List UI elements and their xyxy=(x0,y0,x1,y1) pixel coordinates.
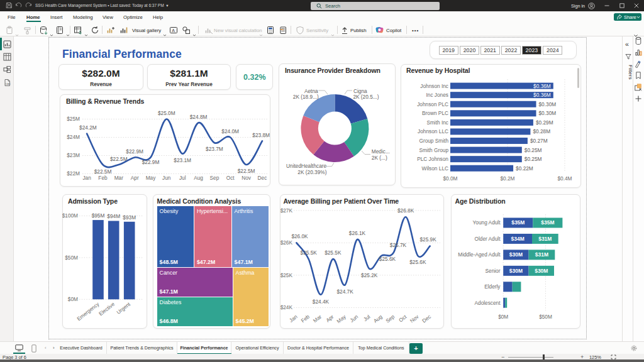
svg-text:$26.8K: $26.8K xyxy=(397,207,414,214)
svg-text:Aug: Aug xyxy=(372,313,384,324)
svg-text:$22.9M: $22.9M xyxy=(142,159,159,165)
svg-text:Medic...: Medic... xyxy=(372,148,390,155)
svg-text:$25.2K: $25.2K xyxy=(361,272,378,278)
svg-text:$0.25M: $0.25M xyxy=(525,156,542,162)
svg-text:$22.5M: $22.5M xyxy=(237,168,255,174)
svg-text:Older Adult: Older Adult xyxy=(474,236,501,242)
svg-text:Jan: Jan xyxy=(288,313,299,323)
svg-text:$100M: $100M xyxy=(62,212,78,219)
svg-text:Smith Inc: Smith Inc xyxy=(426,119,448,126)
svg-text:Senior: Senior xyxy=(485,267,500,273)
svg-text:$50M: $50M xyxy=(65,254,79,260)
svg-text:$24.2M: $24.2M xyxy=(79,124,97,131)
svg-text:$93M: $93M xyxy=(123,214,136,220)
svg-text:$0.27M: $0.27M xyxy=(530,138,548,144)
svg-text:$24M: $24M xyxy=(67,134,80,140)
svg-text:$25.9K: $25.9K xyxy=(420,236,437,243)
svg-text:$31M: $31M xyxy=(535,251,548,258)
svg-text:Aetna: Aetna xyxy=(304,88,318,94)
svg-text:$25.7K: $25.7K xyxy=(390,242,407,248)
svg-text:Jun: Jun xyxy=(349,313,360,323)
svg-text:Johnson LLC: Johnson LLC xyxy=(418,128,448,134)
svg-text:$24.7K: $24.7K xyxy=(337,288,354,295)
svg-text:Mar: Mar xyxy=(312,313,323,324)
svg-text:Johnson Inc: Johnson Inc xyxy=(420,83,448,89)
svg-text:Oct: Oct xyxy=(397,313,408,323)
svg-text:Apr: Apr xyxy=(130,175,138,181)
svg-text:$30M: $30M xyxy=(535,267,548,273)
svg-text:Cigna: Cigna xyxy=(353,88,367,94)
svg-text:2K (20.5...): 2K (20.5...) xyxy=(353,94,379,100)
svg-text:$0.30M: $0.30M xyxy=(539,101,557,107)
svg-text:$23.1M: $23.1M xyxy=(174,157,191,163)
svg-text:$0.4M: $0.4M xyxy=(557,175,572,182)
svg-text:Elderly: Elderly xyxy=(484,283,501,290)
svg-text:Dec: Dec xyxy=(257,175,267,181)
svg-text:$25.6K: $25.6K xyxy=(409,259,426,265)
svg-text:$35M: $35M xyxy=(511,219,525,226)
svg-text:$27K: $27K xyxy=(280,207,293,213)
svg-text:$26.0K: $26.0K xyxy=(291,233,308,239)
svg-text:2K (18.9...): 2K (18.9...) xyxy=(293,94,319,100)
svg-text:Nov: Nov xyxy=(409,313,420,324)
svg-text:Jul: Jul xyxy=(362,313,372,322)
svg-text:$0.29M: $0.29M xyxy=(536,119,553,126)
svg-text:$24.0M: $24.0M xyxy=(221,128,239,134)
svg-text:Young Adult: Young Adult xyxy=(472,219,501,226)
svg-text:A: A xyxy=(172,28,175,33)
svg-text:$35M: $35M xyxy=(541,219,554,226)
svg-text:$0M: $0M xyxy=(498,314,508,320)
svg-text:Feb: Feb xyxy=(98,175,108,181)
svg-text:Nov: Nov xyxy=(242,175,252,181)
svg-text:$22.5M: $22.5M xyxy=(110,156,128,162)
svg-text:$25.5K: $25.5K xyxy=(301,250,318,256)
svg-text:Jan: Jan xyxy=(82,175,91,181)
svg-text:$24.4K: $24.4K xyxy=(313,299,330,305)
svg-text:$22M: $22M xyxy=(67,170,80,177)
svg-text:Smith Group: Smith Group xyxy=(419,147,448,153)
svg-text:PLC Johnson: PLC Johnson xyxy=(417,156,448,162)
svg-text:$24K: $24K xyxy=(280,304,293,310)
svg-text:Inc Jones: Inc Jones xyxy=(426,92,448,98)
svg-text:$94M: $94M xyxy=(108,213,121,219)
svg-text:2K (...): 2K (...) xyxy=(372,155,387,161)
svg-text:Apr: Apr xyxy=(325,313,335,323)
svg-text:$0.36M: $0.36M xyxy=(533,83,551,89)
svg-text:$22.9M: $22.9M xyxy=(126,148,143,155)
svg-text:Urgent: Urgent xyxy=(116,300,132,315)
svg-text:Adolescent: Adolescent xyxy=(474,299,501,305)
svg-text:Dec: Dec xyxy=(421,313,432,324)
svg-text:May: May xyxy=(145,175,156,181)
svg-text:$26.1K: $26.1K xyxy=(349,230,366,236)
svg-text:$31M: $31M xyxy=(538,236,552,242)
svg-text:May: May xyxy=(335,313,347,324)
svg-text:$0.22M: $0.22M xyxy=(516,165,533,172)
svg-text:DAX: DAX xyxy=(6,82,11,85)
svg-text:$34M: $34M xyxy=(511,236,524,242)
svg-text:$0.0M: $0.0M xyxy=(443,175,457,182)
svg-text:Emergency: Emergency xyxy=(76,300,101,322)
svg-text:Sep: Sep xyxy=(209,175,219,181)
svg-text:Elective: Elective xyxy=(98,300,116,317)
svg-text:$23.7M: $23.7M xyxy=(206,146,223,152)
svg-text:$25M: $25M xyxy=(67,116,80,122)
svg-text:Johnson PLC: Johnson PLC xyxy=(417,101,448,107)
svg-text:$95M: $95M xyxy=(92,212,105,219)
svg-text:$26K: $26K xyxy=(280,239,293,246)
svg-text:$25.6K: $25.6K xyxy=(379,256,396,262)
svg-text:Oct: Oct xyxy=(226,175,235,181)
svg-text:$22.5M: $22.5M xyxy=(94,168,111,175)
svg-text:Feb: Feb xyxy=(300,313,311,324)
svg-text:Middle-Aged Adult: Middle-Aged Adult xyxy=(458,251,501,258)
svg-text:$0.2M: $0.2M xyxy=(500,175,514,182)
svg-text:Group Smith: Group Smith xyxy=(419,138,448,144)
svg-text:Brown PLC: Brown PLC xyxy=(422,110,448,116)
svg-text:$50M: $50M xyxy=(539,314,552,320)
svg-text:$0.30M: $0.30M xyxy=(539,110,557,116)
svg-text:$23M: $23M xyxy=(67,152,80,158)
svg-text:Jun: Jun xyxy=(162,175,171,181)
svg-text:Jul: Jul xyxy=(179,175,186,181)
svg-text:$25K: $25K xyxy=(280,272,293,278)
svg-text:$0.36M: $0.36M xyxy=(533,92,551,98)
svg-text:$0M: $0M xyxy=(68,296,78,302)
